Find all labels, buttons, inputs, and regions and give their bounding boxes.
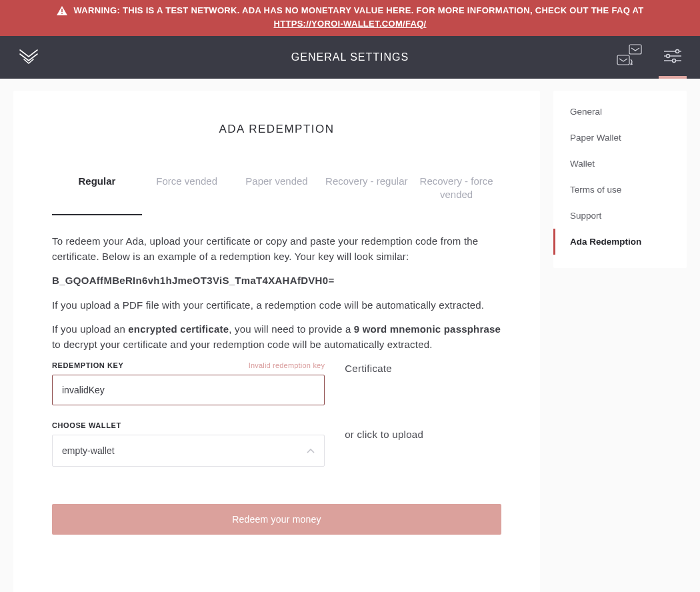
section-title: ADA REDEMPTION xyxy=(52,123,501,136)
sidebar-item-general[interactable]: General xyxy=(553,99,687,125)
redemption-key-input[interactable] xyxy=(52,375,325,405)
page-title: GENERAL SETTINGS xyxy=(291,51,409,63)
tab-recovery-force-vended[interactable]: Recovery - force vended xyxy=(411,167,501,215)
svg-point-9 xyxy=(673,59,676,63)
settings-sidebar: General Paper Wallet Wallet Terms of use… xyxy=(553,91,687,268)
yoroi-logo-icon[interactable] xyxy=(17,46,40,69)
redemption-key-label: REDEMPTION KEY xyxy=(52,361,123,369)
settings-active-indicator xyxy=(659,76,687,79)
main-content-panel: ADA REDEMPTION Regular Force vended Pape… xyxy=(13,91,540,592)
sidebar-item-terms-of-use[interactable]: Terms of use xyxy=(553,177,687,203)
instruction-paragraph-1: To redeem your Ada, upload your certific… xyxy=(52,234,501,264)
tab-force-vended[interactable]: Force vended xyxy=(142,167,232,215)
wallet-stack-icon[interactable] xyxy=(615,43,644,71)
warning-text: WARNING: THIS IS A TEST NETWORK. ADA HAS… xyxy=(74,4,644,17)
svg-rect-1 xyxy=(61,13,63,14)
upload-hint[interactable]: or click to upload xyxy=(345,429,501,440)
tab-recovery-regular[interactable]: Recovery - regular xyxy=(321,167,411,215)
test-network-warning-banner: WARNING: THIS IS A TEST NETWORK. ADA HAS… xyxy=(0,0,700,36)
example-redemption-key: B_GQOAffMBeRIn6vh1hJmeOT3ViS_TmaT4XAHAfD… xyxy=(52,273,501,289)
svg-point-7 xyxy=(667,55,670,58)
choose-wallet-value: empty-wallet xyxy=(62,445,115,456)
redeem-button[interactable]: Redeem your money xyxy=(52,504,501,535)
choose-wallet-label: CHOOSE WALLET xyxy=(52,421,121,429)
instruction-paragraph-2: If you upload a PDF file with your certi… xyxy=(52,298,501,313)
sidebar-item-wallet[interactable]: Wallet xyxy=(553,151,687,177)
choose-wallet-field: CHOOSE WALLET empty-wallet xyxy=(52,421,325,467)
instructions-block: To redeem your Ada, upload your certific… xyxy=(52,234,501,352)
app-header: GENERAL SETTINGS xyxy=(0,36,700,79)
tab-paper-vended[interactable]: Paper vended xyxy=(232,167,322,215)
svg-point-5 xyxy=(676,50,679,53)
sidebar-item-ada-redemption[interactable]: Ada Redemption xyxy=(553,229,687,255)
instruction-paragraph-3: If you upload an encrypted certificate, … xyxy=(52,322,501,352)
chevron-up-icon xyxy=(307,445,315,456)
svg-rect-2 xyxy=(629,45,641,54)
redemption-key-error: Invalid redemption key xyxy=(249,361,325,369)
faq-link[interactable]: HTTPS://YOROI-WALLET.COM/FAQ/ xyxy=(274,17,427,31)
warning-triangle-icon xyxy=(57,6,67,15)
redemption-tabs: Regular Force vended Paper vended Recove… xyxy=(52,167,501,215)
svg-rect-3 xyxy=(617,55,629,65)
sidebar-item-support[interactable]: Support xyxy=(553,203,687,229)
tab-regular[interactable]: Regular xyxy=(52,167,142,215)
sidebar-item-paper-wallet[interactable]: Paper Wallet xyxy=(553,125,687,151)
svg-rect-0 xyxy=(61,9,63,12)
redemption-key-field: REDEMPTION KEY Invalid redemption key xyxy=(52,361,325,405)
certificate-label: Certificate xyxy=(345,363,501,374)
choose-wallet-select[interactable]: empty-wallet xyxy=(52,435,325,467)
settings-sliders-icon[interactable] xyxy=(663,48,683,67)
